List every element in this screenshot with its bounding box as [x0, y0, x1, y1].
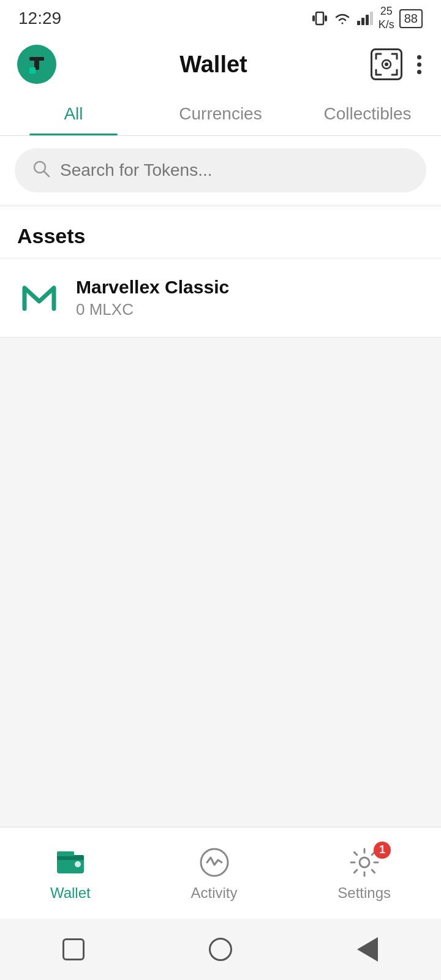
search-icon	[32, 159, 50, 182]
app-header: Wallet	[0, 37, 441, 92]
battery-indicator: 88	[399, 9, 423, 28]
search-input[interactable]	[60, 160, 409, 180]
svg-line-14	[44, 172, 49, 176]
activity-icon	[197, 845, 232, 880]
circle-icon	[209, 938, 232, 961]
page-title: Wallet	[179, 51, 247, 78]
assets-header: Assets	[0, 207, 441, 258]
nav-settings[interactable]: 1 Settings	[337, 845, 391, 902]
marvellex-icon	[18, 277, 60, 318]
svg-rect-1	[312, 15, 315, 21]
svg-rect-10	[29, 67, 36, 74]
asset-logo	[17, 276, 61, 320]
android-back-button[interactable]	[352, 934, 383, 965]
bottom-nav: Wallet Activity 1 Settings	[0, 827, 441, 919]
nav-activity-label: Activity	[191, 884, 238, 902]
android-nav	[0, 919, 441, 980]
svg-rect-5	[366, 15, 369, 25]
nav-wallet-label: Wallet	[50, 884, 91, 902]
tab-currencies[interactable]: Currencies	[147, 92, 294, 135]
network-speed: 25K/s	[379, 5, 394, 31]
svg-rect-6	[370, 12, 373, 25]
svg-rect-2	[325, 15, 327, 21]
svg-rect-4	[361, 18, 364, 25]
svg-rect-0	[316, 12, 323, 24]
triangle-icon	[357, 937, 378, 962]
assets-section: Assets Marvellex Classic 0 MLXC	[0, 207, 441, 337]
svg-point-19	[201, 849, 228, 876]
status-bar: 12:29 25K/s 88	[0, 0, 441, 37]
svg-rect-18	[57, 851, 74, 856]
asset-info: Marvellex Classic 0 MLXC	[76, 277, 424, 319]
wallet-icon	[53, 845, 88, 880]
signal-icon	[356, 11, 374, 26]
android-recents-button[interactable]	[58, 934, 89, 965]
square-icon	[62, 938, 85, 960]
tab-bar: All Currencies Collectibles	[0, 92, 441, 136]
scan-button[interactable]	[371, 48, 402, 80]
android-home-button[interactable]	[205, 934, 236, 965]
avatar-icon	[21, 49, 52, 80]
vibrate-icon	[311, 10, 328, 27]
camera-icon	[375, 53, 398, 76]
svg-point-17	[75, 861, 81, 867]
status-time: 12:29	[18, 9, 61, 28]
dot	[417, 55, 421, 59]
settings-badge: 1	[374, 842, 391, 859]
dot	[417, 70, 421, 74]
svg-point-12	[385, 62, 388, 66]
search-bar	[15, 148, 426, 192]
tab-collectibles[interactable]: Collectibles	[294, 92, 441, 135]
header-actions	[371, 48, 424, 80]
nav-wallet[interactable]: Wallet	[50, 845, 91, 902]
status-icons: 25K/s 88	[311, 5, 423, 31]
asset-item[interactable]: Marvellex Classic 0 MLXC	[0, 258, 441, 337]
assets-title: Assets	[17, 224, 86, 247]
avatar[interactable]	[17, 45, 56, 84]
svg-point-20	[360, 858, 369, 867]
svg-rect-3	[357, 21, 360, 25]
asset-balance: 0 MLXC	[76, 300, 424, 319]
more-options-button[interactable]	[415, 53, 424, 77]
search-container	[0, 136, 441, 205]
nav-settings-label: Settings	[337, 884, 391, 902]
main-content-area	[0, 337, 441, 840]
tab-all[interactable]: All	[0, 92, 147, 135]
dot	[417, 62, 421, 67]
wifi-icon	[333, 11, 352, 26]
asset-name: Marvellex Classic	[76, 277, 424, 298]
nav-activity[interactable]: Activity	[191, 845, 238, 902]
